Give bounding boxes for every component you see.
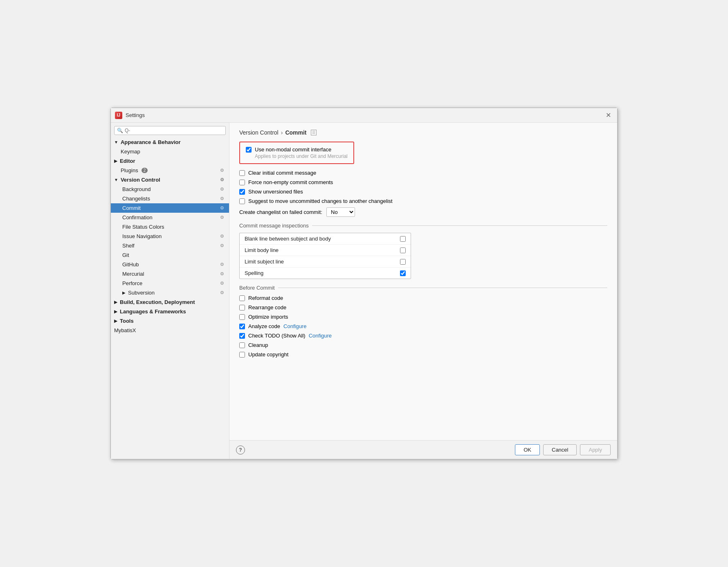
check-todo-label[interactable]: Check TODO (Show All) (248, 333, 306, 339)
sidebar-item-tools[interactable]: ▶ Tools (111, 316, 229, 326)
inspections-divider: Commit message inspections (239, 223, 607, 229)
help-button[interactable]: ? (236, 446, 245, 454)
suggest-move-label[interactable]: Suggest to move uncommitted changes to a… (248, 198, 393, 204)
sidebar-item-label: MybatisX (114, 327, 136, 333)
sidebar-item-background[interactable]: Background ⚙ (111, 184, 229, 194)
content-inner: Version Control › Commit ☰ Use non-modal… (229, 123, 617, 440)
cleanup-row: Cleanup (239, 342, 607, 348)
sidebar-item-label: Perforce (122, 280, 142, 286)
sidebar-item-changelists[interactable]: Changelists ⚙ (111, 194, 229, 203)
changelist-row: Create changelist on failed commit: No Y… (239, 207, 607, 217)
sidebar-item-label: Subversion (128, 290, 155, 296)
force-nonempty-label[interactable]: Force non-empty commit comments (248, 179, 333, 185)
settings-icon: ⚙ (220, 215, 226, 220)
expand-arrow: ▼ (114, 140, 118, 144)
sidebar-item-file-status-colors[interactable]: File Status Colors (111, 222, 229, 232)
window-title: Settings (126, 112, 145, 118)
sidebar-item-mybatisx[interactable]: MybatisX (111, 326, 229, 335)
reformat-code-checkbox[interactable] (239, 295, 245, 301)
analyze-code-label[interactable]: Analyze code (248, 323, 280, 329)
breadcrumb-separator: › (281, 129, 283, 136)
sidebar: 🔍 ▼ Appearance & Behavior Keymap ▶ Edito… (111, 123, 229, 459)
sidebar-item-label: Tools (120, 318, 134, 324)
expand-arrow: ▶ (114, 159, 117, 163)
sidebar-item-issue-navigation[interactable]: Issue Navigation ⚙ (111, 232, 229, 241)
cleanup-checkbox[interactable] (239, 342, 245, 348)
sidebar-item-shelf[interactable]: Shelf ⚙ (111, 241, 229, 250)
rearrange-code-checkbox[interactable] (239, 305, 245, 310)
show-unversioned-checkbox[interactable] (239, 189, 245, 195)
use-nonmodal-label[interactable]: Use non-modal commit interface (255, 146, 331, 153)
check-todo-configure-link[interactable]: Configure (309, 333, 332, 339)
settings-icon: ⚙ (220, 281, 226, 286)
button-group: OK Cancel Apply (515, 444, 611, 455)
inspection-limit-subject-checkbox[interactable] (400, 259, 406, 265)
search-input[interactable] (125, 128, 223, 133)
force-nonempty-checkbox[interactable] (239, 180, 245, 185)
reformat-code-label[interactable]: Reformat code (248, 295, 283, 301)
titlebar: IJ Settings ✕ (111, 108, 617, 123)
search-box[interactable]: 🔍 (114, 126, 226, 135)
inspection-limit-body-checkbox[interactable] (400, 248, 406, 253)
sidebar-item-confirmation[interactable]: Confirmation ⚙ (111, 213, 229, 222)
changelist-select[interactable]: No Yes Ask (326, 207, 355, 217)
sidebar-item-plugins[interactable]: Plugins 2 ⚙ (111, 166, 229, 175)
sidebar-item-label: Editor (120, 158, 135, 164)
optimize-imports-checkbox[interactable] (239, 314, 245, 320)
inspections-box: Blank line between subject and body Limi… (239, 233, 411, 279)
rearrange-code-label[interactable]: Rearrange code (248, 304, 286, 310)
sidebar-item-git[interactable]: Git (111, 250, 229, 260)
inspection-blank-line-label: Blank line between subject and body (245, 236, 331, 242)
sidebar-item-subversion[interactable]: ▶ Subversion ⚙ (111, 288, 229, 297)
clear-initial-label[interactable]: Clear initial commit message (248, 170, 316, 176)
settings-icon: ⚙ (220, 177, 226, 183)
sidebar-item-github[interactable]: GitHub ⚙ (111, 260, 229, 269)
settings-window: IJ Settings ✕ 🔍 ▼ Appearance & Behavior … (110, 108, 618, 459)
use-nonmodal-commit-checkbox[interactable] (246, 147, 252, 153)
suggest-move-checkbox[interactable] (239, 198, 245, 204)
expand-arrow: ▶ (114, 319, 117, 323)
plugins-badge: 2 (142, 168, 148, 173)
sidebar-item-languages-frameworks[interactable]: ▶ Languages & Frameworks (111, 307, 229, 316)
sidebar-item-version-control[interactable]: ▼ Version Control ⚙ (111, 175, 229, 184)
inspections-section-label: Commit message inspections (239, 223, 309, 229)
sidebar-item-appearance-behavior[interactable]: ▼ Appearance & Behavior (111, 137, 229, 147)
sidebar-item-label: Keymap (121, 148, 140, 155)
clear-initial-checkbox[interactable] (239, 170, 245, 176)
settings-icon: ⚙ (220, 168, 226, 173)
sidebar-item-perforce[interactable]: Perforce ⚙ (111, 279, 229, 288)
settings-icon: ⚙ (220, 262, 226, 268)
sidebar-item-editor[interactable]: ▶ Editor (111, 156, 229, 166)
close-button[interactable]: ✕ (603, 110, 613, 120)
rearrange-code-row: Rearrange code (239, 304, 607, 310)
update-copyright-checkbox[interactable] (239, 352, 245, 358)
analyze-code-configure-link[interactable]: Configure (283, 323, 306, 329)
sidebar-item-label: Confirmation (122, 214, 153, 220)
inspection-blank-line-checkbox[interactable] (400, 236, 406, 242)
check-todo-checkbox[interactable] (239, 333, 245, 339)
expand-arrow: ▶ (114, 300, 117, 304)
show-unversioned-label[interactable]: Show unversioned files (248, 189, 303, 195)
ok-button[interactable]: OK (515, 444, 540, 455)
sidebar-item-label: File Status Colors (122, 224, 164, 230)
analyze-code-checkbox[interactable] (239, 324, 245, 329)
inspection-spelling: Spelling (240, 268, 411, 279)
breadcrumb-menu-icon[interactable]: ☰ (311, 130, 317, 135)
settings-icon: ⚙ (220, 243, 226, 249)
analyze-code-row: Analyze code Configure (239, 323, 607, 329)
breadcrumb-current: Commit (285, 129, 306, 136)
sidebar-item-label: Version Control (121, 177, 160, 183)
sidebar-item-mercurial[interactable]: Mercurial ⚙ (111, 269, 229, 279)
sidebar-item-commit[interactable]: Commit ⚙ (111, 203, 229, 213)
apply-button[interactable]: Apply (580, 444, 611, 455)
clear-initial-row: Clear initial commit message (239, 170, 607, 176)
cleanup-label[interactable]: Cleanup (248, 342, 268, 348)
cancel-button[interactable]: Cancel (543, 444, 577, 455)
inspection-spelling-checkbox[interactable] (400, 270, 406, 276)
sidebar-item-label: Issue Navigation (122, 233, 162, 239)
optimize-imports-label[interactable]: Optimize imports (248, 314, 288, 320)
sidebar-item-label: Background (122, 186, 151, 192)
sidebar-item-keymap[interactable]: Keymap (111, 147, 229, 156)
update-copyright-label[interactable]: Update copyright (248, 351, 288, 358)
sidebar-item-build-execution-deployment[interactable]: ▶ Build, Execution, Deployment (111, 297, 229, 307)
